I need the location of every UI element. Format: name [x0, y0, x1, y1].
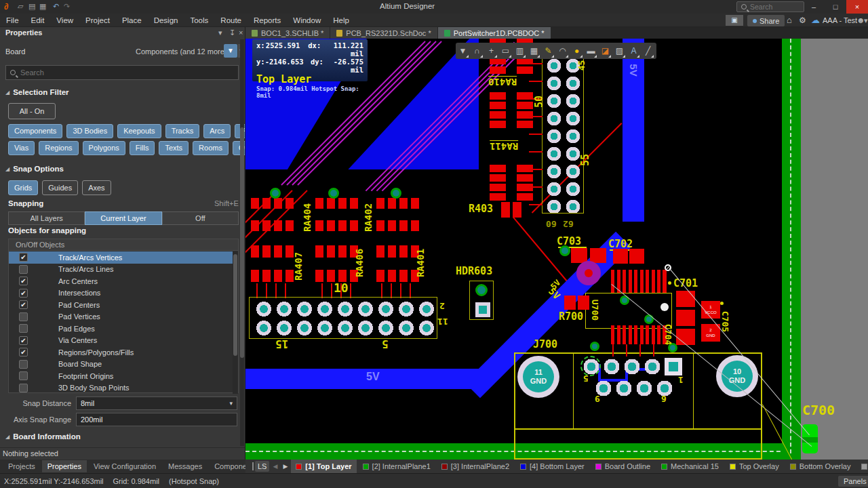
- smd-pad-row[interactable]: [490, 193, 533, 201]
- filter-keepouts-button[interactable]: Keepouts: [117, 124, 161, 138]
- smd-pad-row[interactable]: [376, 220, 419, 231]
- menu-reports[interactable]: Reports: [248, 14, 287, 27]
- layer-tab-top-overlay[interactable]: Top Overlay: [725, 460, 784, 473]
- smd-pad-row[interactable]: [251, 198, 294, 209]
- pad-icon[interactable]: ▬: [584, 43, 598, 59]
- via[interactable]: [270, 188, 281, 199]
- filter-arcs-button[interactable]: Arcs: [203, 124, 231, 138]
- checkbox[interactable]: [19, 371, 28, 380]
- smd-pad-row[interactable]: [315, 220, 358, 231]
- share-button[interactable]: Share: [747, 15, 785, 26]
- mode-current-layer[interactable]: Current Layer: [85, 211, 161, 225]
- panel-pin-icon[interactable]: ↧: [229, 28, 235, 37]
- object-row-intersections[interactable]: ✔Intersections: [9, 287, 233, 300]
- smd-pad[interactable]: [676, 310, 695, 326]
- filter-regions-button[interactable]: Regions: [39, 141, 78, 155]
- via-icon[interactable]: ●: [570, 43, 584, 59]
- scroll-left-icon[interactable]: ◀: [271, 463, 279, 470]
- menu-route[interactable]: Route: [214, 14, 248, 27]
- minimize-button[interactable]: –: [803, 0, 825, 14]
- through-hole-pad-square[interactable]: [665, 358, 682, 375]
- arc-icon[interactable]: ◠: [555, 43, 570, 59]
- gear-icon[interactable]: ⚙: [799, 16, 806, 25]
- checkbox[interactable]: ✔: [19, 300, 28, 309]
- panel-scrollbar[interactable]: [240, 39, 244, 446]
- checkbox[interactable]: [19, 265, 28, 274]
- mounting-pad-gnd10[interactable]: 10GND: [716, 355, 758, 397]
- layer-tab-internalplane2[interactable]: [3] InternalPlane2: [437, 460, 514, 473]
- all-on-button[interactable]: All - On: [8, 103, 56, 119]
- checkbox[interactable]: [19, 324, 28, 333]
- 3d-body-icon[interactable]: ▦: [527, 43, 541, 59]
- smd-pad[interactable]: [501, 202, 510, 218]
- board-region-icon[interactable]: ▭: [498, 43, 513, 59]
- user-dropdown-icon[interactable]: ▾: [864, 16, 868, 25]
- through-hole-pad-square[interactable]: [475, 302, 490, 317]
- smd-pad-row[interactable]: [251, 245, 294, 258]
- axes-toggle[interactable]: Axes: [82, 180, 111, 195]
- smd-pad-row[interactable]: [490, 174, 533, 182]
- panel-dropdown-icon[interactable]: ▾: [218, 28, 222, 37]
- smd-pad-row[interactable]: [490, 111, 533, 119]
- text-icon[interactable]: A: [627, 43, 641, 59]
- object-row-board-shape[interactable]: Board Shape: [9, 359, 233, 371]
- through-hole-pads[interactable]: [545, 57, 583, 213]
- filter-fills-button[interactable]: Fills: [130, 141, 155, 155]
- panel-search[interactable]: [5, 65, 239, 80]
- menu-design[interactable]: Design: [148, 14, 184, 27]
- trace-5v-horizontal[interactable]: [245, 369, 484, 389]
- smd-pad[interactable]: [629, 249, 644, 264]
- layer-tab-board-outline[interactable]: Board Outline: [591, 460, 655, 473]
- layer-set-button[interactable]: LS: [255, 461, 269, 472]
- tab-pcbdoc[interactable]: PortSwitcher1D.PCBDOC *: [438, 27, 551, 39]
- object-row-footprint-origins[interactable]: Footprint Origins: [9, 370, 233, 382]
- filter-icon[interactable]: ▼: [224, 44, 237, 58]
- snap-magnet-icon[interactable]: ∩: [470, 43, 484, 59]
- open-icon[interactable]: ▦: [39, 2, 46, 11]
- mounting-pad-gnd11[interactable]: 11GND: [517, 356, 559, 398]
- layer-tab-internalplane1[interactable]: [2] InternalPlane1: [358, 460, 435, 473]
- filter-polygons-button[interactable]: Polygons: [83, 141, 125, 155]
- mode-all-layers[interactable]: All Layers: [8, 211, 85, 225]
- menu-file[interactable]: File: [0, 14, 25, 27]
- object-row-via-centers[interactable]: ✔Via Centers: [9, 335, 233, 347]
- menu-edit[interactable]: Edit: [25, 14, 51, 27]
- undo-icon[interactable]: ↶: [53, 2, 59, 11]
- smd-pad[interactable]: [613, 249, 628, 264]
- filter-icon[interactable]: ▼: [456, 43, 470, 59]
- ic-pins[interactable]: [611, 270, 667, 293]
- save-icon[interactable]: ▤: [28, 2, 35, 11]
- checkbox[interactable]: [19, 360, 28, 369]
- measure-icon[interactable]: ▨: [612, 43, 627, 59]
- filter-tracks-button[interactable]: Tracks: [165, 124, 200, 138]
- object-row-3d-body-snap-points[interactable]: 3D Body Snap Points: [9, 382, 233, 394]
- new-document-icon[interactable]: ▱: [18, 2, 23, 11]
- smd-pad-row[interactable]: [315, 245, 358, 258]
- tab-schlib[interactable]: BOC1_3.SCHLIB *: [245, 27, 330, 39]
- comment-icon[interactable]: ▣: [726, 15, 743, 26]
- objects-table-scrollbar[interactable]: [233, 251, 238, 394]
- smd-pad-row[interactable]: [376, 245, 419, 258]
- layer-tab-mechanical-15[interactable]: Mechanical 15: [656, 460, 724, 473]
- layer-tab-top-paste[interactable]: Top Paste: [856, 460, 868, 473]
- smd-pad[interactable]: [676, 291, 695, 307]
- checkbox[interactable]: [19, 384, 28, 392]
- filter-texts-button[interactable]: Texts: [159, 141, 189, 155]
- object-row-pad-edges[interactable]: Pad Edges: [9, 323, 233, 335]
- tab-schdoc[interactable]: PCB_RS2321D.SchDoc *: [330, 27, 437, 39]
- menu-place[interactable]: Place: [116, 14, 148, 27]
- smd-pad-row[interactable]: [376, 198, 419, 209]
- smd-pad[interactable]: [513, 202, 521, 218]
- smd-pad-row[interactable]: [490, 92, 533, 100]
- filter-vias-button[interactable]: Vias: [8, 141, 35, 155]
- scroll-right-icon[interactable]: ▶: [281, 463, 290, 470]
- object-row-track-arcs-lines[interactable]: Track/Arcs Lines: [9, 264, 233, 276]
- workspace-name[interactable]: AAA - Test: [823, 16, 857, 24]
- board-information-header[interactable]: ◢ Board Information: [5, 432, 81, 441]
- stackup-icon[interactable]: ▥: [513, 43, 527, 59]
- tab-projects[interactable]: Projects: [3, 460, 41, 472]
- redo-icon[interactable]: ↷: [64, 2, 70, 11]
- smd-pad-row[interactable]: [490, 66, 533, 74]
- through-hole-pad[interactable]: [475, 284, 488, 296]
- checkbox[interactable]: ✔: [19, 336, 28, 345]
